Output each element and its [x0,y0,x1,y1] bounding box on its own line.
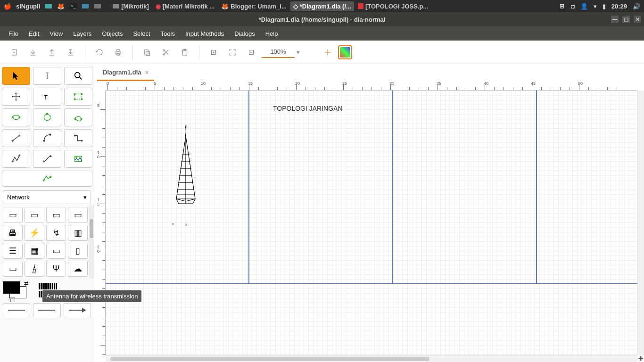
svg-point-26 [18,135,20,136]
shape-scrollbar[interactable] [89,205,94,279]
tool-magnify[interactable] [64,67,92,85]
tool-arc[interactable] [33,129,61,147]
battery-icon[interactable]: ▮ [603,3,606,10]
shape-hub-icon[interactable]: ▥ [68,225,88,241]
shape-antenna-icon[interactable] [25,261,44,277]
zoom-dropdown-icon[interactable]: ▾ [297,49,306,56]
zoom-level[interactable]: 100% [262,46,295,58]
shape-category-select[interactable]: Network ▾ [3,190,91,204]
tool-text[interactable]: T [33,88,61,106]
svg-point-18 [81,99,82,100]
shape-bolt2-icon[interactable]: ↯ [46,225,66,241]
shape-modem-icon[interactable]: ▭ [3,261,23,277]
maximize-button[interactable]: ▢ [622,16,630,23]
copy-button[interactable] [139,44,156,61]
tool-text-cursor[interactable] [33,67,61,85]
shape-unit-icon[interactable]: ▯ [68,243,88,259]
zoom-out-button[interactable] [243,44,260,61]
add-page-button[interactable]: ✚ [637,355,644,362]
antenna-shape[interactable] [172,126,200,206]
tool-beziergon[interactable] [64,108,92,126]
shape-item[interactable]: ▭ [68,207,88,223]
line-end-style[interactable] [64,303,91,317]
shape-item[interactable]: ▭ [46,207,66,223]
user-icon[interactable]: 👤 [580,3,588,10]
document-tab[interactable]: Diagram1.dia × [97,65,154,81]
svg-point-15 [74,93,75,95]
launcher-icon-app[interactable] [94,2,101,10]
tray-icon[interactable]: ◘ [571,3,575,10]
export-button[interactable] [62,44,79,61]
menu-select[interactable]: Select [128,28,155,40]
menu-edit[interactable]: Edit [24,28,44,40]
taskbar-app[interactable]: 🦊Blogger: Umam_I... [218,1,289,11]
line-mid-style[interactable] [33,303,60,317]
tool-move[interactable] [2,88,30,106]
undo-button[interactable] [91,44,108,61]
clock[interactable]: 20:29 [611,3,627,10]
wifi-icon[interactable]: ▾ [594,3,597,10]
open-button[interactable] [25,44,41,61]
svg-point-22 [46,113,48,115]
tool-polyline[interactable] [2,150,30,168]
close-button[interactable]: ✕ [634,16,641,23]
launcher-icon-terminal[interactable]: >_ [69,3,77,9]
shape-plug-icon[interactable]: Ψ [46,261,66,277]
tool-outline[interactable] [2,171,92,187]
menu-view[interactable]: View [45,28,67,40]
new-button[interactable] [6,44,23,61]
tool-line[interactable] [2,129,30,147]
menu-objects[interactable]: Objects [97,28,127,40]
menu-dialogs[interactable]: Dialogs [230,28,259,40]
svg-point-31 [12,161,13,162]
launcher-icon-firefox[interactable]: 🦊 [57,2,65,10]
launcher-icon-1[interactable] [45,2,52,10]
colors-button[interactable] [338,45,352,59]
shape-item[interactable]: ▭ [25,207,44,223]
taskbar-app[interactable]: ◇*Diagram1.dia (/... [290,1,354,11]
menu-layers[interactable]: Layers [68,28,96,40]
tool-polygon[interactable] [33,108,61,126]
volume-icon[interactable]: 🔊 [633,3,640,10]
tooltip: Antenna for wireless transmission [42,290,141,302]
tool-zigzag[interactable] [64,129,92,147]
tool-box[interactable] [64,88,92,106]
taskbar-app[interactable]: [TOPOLOGI JOSS.p... [355,1,431,11]
line-start-style[interactable] [3,303,30,317]
tool-bezier[interactable] [33,150,61,168]
color-swatch[interactable]: ⇄ [3,281,26,298]
launcher-icon-files[interactable] [82,2,89,10]
save-button[interactable] [43,44,60,61]
taskbar-app[interactable]: ◉[Materi Mikrotik ... [153,1,218,11]
canvas-title-text[interactable]: TOPOLOGI JARINGAN [273,105,343,112]
tool-image[interactable] [64,150,92,168]
tool-pointer[interactable] [2,67,30,85]
menu-help[interactable]: Help [261,28,283,40]
shield-icon[interactable]: ⛨ [559,3,565,10]
zoom-fit-button[interactable] [224,44,241,61]
shape-switch-icon[interactable]: ☰ [3,243,23,259]
paste-button[interactable] [176,44,193,61]
shape-bolt-icon[interactable]: ⚡ [25,225,44,241]
shape-cloud-icon[interactable]: ☁ [68,261,88,277]
menu-input-methods[interactable]: Input Methods [181,28,229,40]
shape-item[interactable]: ▭ [3,207,23,223]
drawing-canvas[interactable]: TOPOLOGI JARINGAN [106,90,637,355]
tab-close-icon[interactable]: × [145,69,149,76]
minimize-button[interactable]: — [611,16,619,23]
username: siNgupil [16,3,40,10]
shape-router-icon[interactable]: ▭ [46,243,66,259]
svg-point-19 [12,115,19,119]
menu-tools[interactable]: Tools [156,28,180,40]
taskbar-app[interactable]: [Mikrotik] [110,1,152,11]
cut-button[interactable] [157,44,174,61]
tool-ellipse[interactable] [2,108,30,126]
menu-file[interactable]: File [4,28,23,40]
scrollbar-horizontal[interactable] [106,355,637,362]
snap-button[interactable] [319,44,336,61]
shape-printer-icon[interactable]: 🖶 [3,225,23,241]
shape-patch-icon[interactable]: ▦ [25,243,44,259]
print-button[interactable] [110,44,127,61]
zoom-in-button[interactable] [205,44,222,61]
scrollbar-vertical[interactable] [637,90,644,355]
